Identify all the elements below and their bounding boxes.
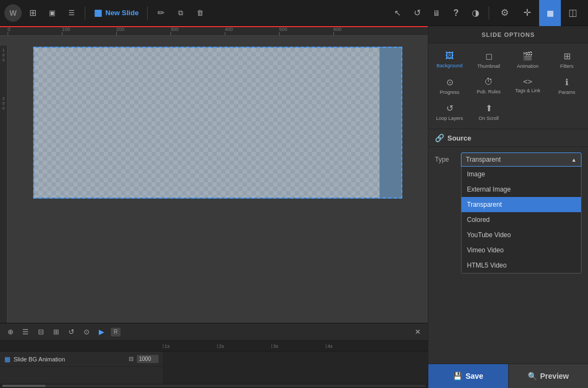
pub-rules-option-icon: ⏱: [484, 77, 493, 87]
layers-panel-icon[interactable]: ◫: [562, 0, 584, 26]
source-label: Source: [447, 134, 471, 142]
filters-option-icon: ⊞: [564, 51, 571, 61]
preview-label: Preview: [540, 372, 569, 380]
pencil-icon[interactable]: ✏: [152, 4, 169, 22]
image-icon[interactable]: ▣: [43, 4, 61, 22]
progress-option-label: Progress: [440, 90, 459, 96]
panel-header: Slide Options: [428, 26, 588, 43]
dropdown-item-vimeo[interactable]: Vimeo Video: [461, 243, 581, 258]
wordpress-icon[interactable]: W: [4, 4, 22, 22]
preview-button[interactable]: 🔍 Preview: [508, 364, 589, 388]
slides-panel-icon[interactable]: ▦: [539, 0, 561, 26]
panel-options-grid: 🖼 Background ◻ Thumbnail 🎬 Animation ⊞ F…: [428, 43, 588, 129]
toolbar-right: ⚙ ✛ ▦ ◫: [494, 0, 584, 26]
timeline-time-ruler: 1s 2s 3s 4s: [0, 341, 428, 352]
timeline-list-icon[interactable]: ☰: [20, 326, 31, 338]
save-button[interactable]: 💾 Save: [428, 364, 508, 388]
timeline-labels: ▦ Slide BG Animation ⊟: [0, 352, 163, 384]
filters-option[interactable]: ⊞ Filters: [548, 48, 586, 73]
background-option[interactable]: 🖼 Background: [431, 48, 469, 73]
timeline-row-bg: ▦ Slide BG Animation ⊟: [0, 352, 163, 367]
slide-title-icon: ▦: [94, 8, 102, 18]
pub-rules-option[interactable]: ⏱ Pub. Rules: [470, 74, 508, 99]
timeline-close-icon[interactable]: ✕: [412, 326, 423, 338]
dropdown-item-external-image[interactable]: External Image: [461, 182, 581, 197]
monitor-icon[interactable]: 🖥: [428, 4, 445, 22]
ruler-marks: 0 100 200 300 400 500 600: [8, 26, 388, 35]
timeline-scrollbar[interactable]: [0, 384, 428, 388]
timeline-clock-icon[interactable]: ⊙: [80, 326, 92, 338]
background-option-label: Background: [437, 63, 463, 69]
on-scroll-option[interactable]: ⬆ On Scroll: [470, 100, 508, 125]
timeline-loop-icon[interactable]: ↺: [65, 326, 77, 338]
type-dropdown-trigger[interactable]: Transparent ▲: [461, 152, 581, 167]
slide-name-label: New Slide: [105, 9, 138, 17]
dropdown-item-image[interactable]: Image: [461, 167, 581, 182]
row-duration-input[interactable]: [137, 355, 159, 363]
thumbnail-option-icon: ◻: [485, 51, 492, 61]
progress-option[interactable]: ⊙ Progress: [431, 74, 469, 99]
timeline-folder-icon[interactable]: ⊟: [35, 326, 47, 338]
tags-link-option-label: Tags & Link: [515, 88, 541, 94]
slide-canvas[interactable]: [33, 47, 402, 199]
time-mark-3s: 3s: [271, 344, 326, 349]
cursor-icon[interactable]: ↖: [389, 4, 406, 22]
animation-option-label: Animation: [517, 63, 539, 69]
undo-icon[interactable]: ↺: [408, 4, 426, 22]
type-row: Type Transparent ▲ Image External Image …: [428, 147, 588, 172]
row-label: Slide BG Animation: [14, 356, 125, 362]
chevron-up-icon: ▲: [571, 157, 577, 163]
tags-link-option[interactable]: <> Tags & Link: [509, 74, 547, 99]
source-section: 🔗 Source: [428, 129, 588, 147]
type-dropdown-menu: Image External Image Transparent Colored…: [461, 167, 581, 273]
ruler-mark-100: 100: [62, 27, 116, 35]
layers-icon[interactable]: ☰: [63, 4, 80, 22]
timeline-grid-icon[interactable]: ⊞: [50, 326, 62, 338]
dropdown-item-transparent[interactable]: Transparent: [461, 197, 581, 212]
params-option[interactable]: ℹ Params: [548, 74, 586, 99]
thumbnail-option-label: Thumbnail: [477, 63, 500, 69]
tags-link-option-icon: <>: [523, 77, 533, 86]
filters-option-label: Filters: [560, 63, 574, 69]
help-icon[interactable]: ?: [447, 4, 465, 22]
link-icon: 🔗: [435, 133, 444, 142]
ruler-left: 100 200: [0, 46, 8, 323]
timeline-toolbar: ⊕ ☰ ⊟ ⊞ ↺ ⊙ ▶ R ✕: [0, 323, 428, 341]
background-option-icon: 🖼: [445, 51, 454, 61]
dropdown-item-colored[interactable]: Colored: [461, 212, 581, 227]
type-label: Type: [435, 156, 457, 163]
contrast-icon[interactable]: ◑: [467, 4, 484, 22]
grid-icon[interactable]: ⊞: [24, 4, 41, 22]
animation-option-icon: 🎬: [522, 51, 533, 61]
add-layer-icon[interactable]: ⊕: [4, 326, 16, 338]
params-option-icon: ℹ: [565, 77, 568, 87]
separator-3: [489, 7, 489, 20]
ruler-mark-400: 400: [225, 27, 279, 35]
ruler-mark-300: 300: [170, 27, 225, 35]
crosshair-icon[interactable]: ✛: [516, 0, 538, 26]
panel-title: Slide Options: [482, 31, 535, 38]
settings-icon[interactable]: ⚙: [494, 0, 515, 26]
timeline-play-icon[interactable]: ▶: [96, 326, 108, 338]
preview-icon: 🔍: [528, 372, 537, 380]
delete-icon[interactable]: 🗑: [191, 4, 208, 22]
dropdown-item-youtube[interactable]: YouTube Video: [461, 227, 581, 243]
main-area: 0 100 200 300 400 500 600 100 200: [0, 26, 588, 388]
type-current-value: Transparent: [466, 156, 501, 163]
panel-bottom-buttons: 💾 Save 🔍 Preview: [428, 364, 588, 388]
timeline-content: ▦ Slide BG Animation ⊟: [0, 352, 428, 384]
timeline-reset-btn[interactable]: R: [111, 328, 121, 336]
type-dropdown[interactable]: Transparent ▲ Image External Image Trans…: [461, 152, 581, 167]
ruler-mark-500: 500: [279, 27, 333, 35]
loop-layers-option[interactable]: ↺ Loop Layers: [431, 100, 469, 125]
ruler-mark-600: 600: [333, 27, 388, 35]
copy-icon[interactable]: ⧉: [172, 4, 189, 22]
time-mark-2s: 2s: [217, 344, 271, 349]
animation-option[interactable]: 🎬 Animation: [509, 48, 547, 73]
canvas-area: 0 100 200 300 400 500 600 100 200: [0, 26, 428, 388]
time-mark-4s: 4s: [326, 344, 380, 349]
pub-rules-option-label: Pub. Rules: [477, 89, 501, 95]
thumbnail-option[interactable]: ◻ Thumbnail: [470, 48, 508, 73]
dropdown-item-html5[interactable]: HTML5 Video: [461, 258, 581, 273]
scrollbar-thumb[interactable]: [2, 385, 46, 387]
